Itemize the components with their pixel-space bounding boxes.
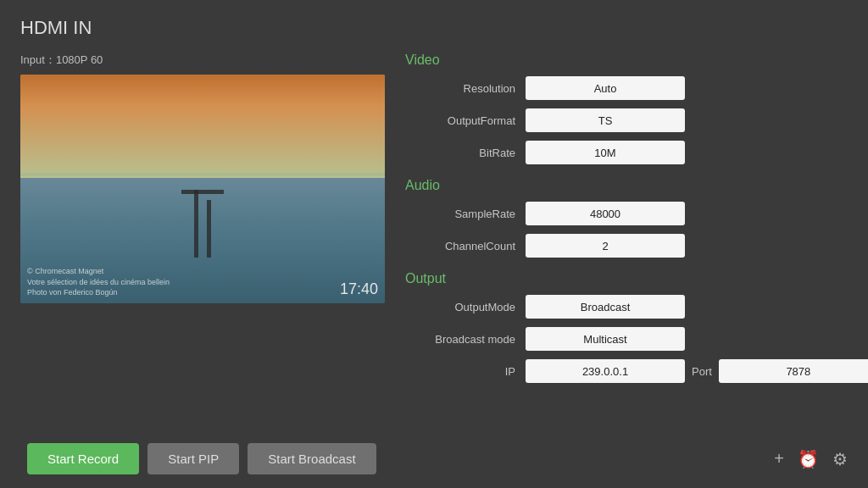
ip-input[interactable]	[526, 359, 685, 383]
app-container: HDMI IN Input：1080P 60 © Chromecast Magn…	[0, 0, 868, 488]
video-horizon	[20, 173, 385, 176]
channel-count-row: ChannelCount	[405, 234, 868, 258]
output-mode-row: OutputMode	[405, 295, 868, 319]
port-label: Port	[692, 365, 712, 378]
sample-rate-row: SampleRate	[405, 202, 868, 225]
output-section-label: Output	[405, 271, 868, 286]
output-mode-input[interactable]	[526, 295, 685, 319]
broadcast-mode-label: Broadcast mode	[405, 333, 515, 346]
broadcast-mode-row: Broadcast mode	[405, 327, 868, 351]
port-input[interactable]	[719, 359, 868, 383]
ip-row: IP Port	[405, 359, 868, 383]
ip-label: IP	[405, 365, 515, 378]
gear-icon[interactable]: ⚙	[832, 449, 848, 469]
broadcast-mode-input[interactable]	[526, 327, 685, 351]
audio-section-label: Audio	[405, 178, 868, 193]
start-broadcast-button[interactable]: Start Broadcast	[248, 443, 376, 474]
start-pip-button[interactable]: Start PIP	[147, 443, 239, 474]
bottom-bar: Start Record Start PIP Start Broadcast +…	[20, 443, 848, 474]
video-photo-credit: Photo von Federico Bogún	[27, 287, 170, 298]
channel-count-input[interactable]	[526, 234, 685, 258]
resolution-input[interactable]	[526, 76, 685, 100]
video-time: 17:40	[340, 280, 378, 298]
dock-platform	[181, 190, 224, 194]
left-panel: Input：1080P 60 © Chromecast Magnet Votre…	[20, 53, 385, 435]
output-format-row: OutputFormat	[405, 108, 868, 132]
bottom-icons: + ⏰ ⚙	[774, 449, 848, 469]
input-label: Input：1080P 60	[20, 53, 385, 68]
video-overlay-text-block: © Chromecast Magnet Votre sélection de i…	[27, 266, 170, 298]
bitrate-row: BitRate	[405, 141, 868, 164]
output-mode-label: OutputMode	[405, 301, 515, 313]
action-buttons: Start Record Start PIP Start Broadcast	[27, 443, 376, 474]
sample-rate-input[interactable]	[526, 202, 685, 225]
dock-post-left	[194, 190, 198, 258]
dock-post-right	[207, 200, 211, 258]
bitrate-input[interactable]	[526, 141, 685, 164]
page-title: HDMI IN	[20, 17, 848, 39]
output-format-label: OutputFormat	[405, 114, 515, 127]
bitrate-label: BitRate	[405, 147, 515, 159]
resolution-label: Resolution	[405, 82, 515, 95]
video-preview: © Chromecast Magnet Votre sélection de i…	[20, 75, 385, 303]
right-panel: Video Resolution OutputFormat BitRate Au…	[405, 53, 868, 435]
sample-rate-label: SampleRate	[405, 208, 515, 220]
video-credit-line1: © Chromecast Magnet	[27, 266, 170, 277]
add-icon[interactable]: +	[774, 449, 784, 469]
video-credit-line2: Votre sélection de idées du cinéma belle…	[27, 277, 170, 288]
video-overlay-bottom: © Chromecast Magnet Votre sélection de i…	[27, 266, 378, 298]
start-record-button[interactable]: Start Record	[27, 443, 139, 474]
channel-count-label: ChannelCount	[405, 240, 515, 252]
resolution-row: Resolution	[405, 76, 868, 100]
video-dock	[190, 190, 215, 258]
clock-icon[interactable]: ⏰	[798, 449, 819, 469]
main-content: Input：1080P 60 © Chromecast Magnet Votre…	[20, 53, 848, 435]
video-sky	[20, 75, 385, 178]
video-section-label: Video	[405, 53, 868, 68]
output-format-input[interactable]	[526, 108, 685, 132]
